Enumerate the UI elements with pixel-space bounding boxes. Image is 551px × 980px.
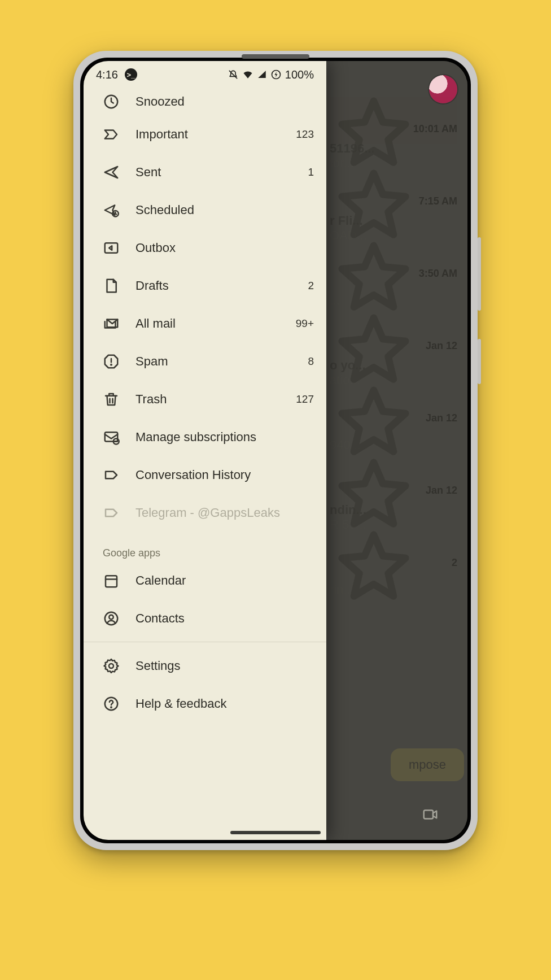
nav-count: 99+ (296, 317, 314, 330)
subscriptions-icon (103, 429, 120, 446)
nav-label: Calendar (135, 573, 314, 588)
spam-icon (103, 353, 120, 370)
nav-label: Contacts (135, 611, 314, 626)
contacts-icon (103, 610, 120, 627)
gear-icon (103, 657, 120, 674)
nav-outbox[interactable]: Outbox (84, 229, 326, 267)
nav-count: 2 (308, 280, 314, 292)
trash-icon (103, 391, 120, 408)
compose-label: mpose (409, 757, 446, 772)
email-row[interactable]: 2 rin... (330, 554, 461, 626)
status-bar: 4:16 >_ 100% (84, 61, 326, 88)
outbox-icon (103, 239, 120, 256)
section-google-apps: Google apps (84, 532, 326, 561)
mute-icon (228, 69, 239, 80)
inbox-scrim: 10:01 AM 51196... for... 7:15 AM r Fli..… (326, 61, 467, 840)
all-mail-icon (103, 315, 120, 332)
battery-saver-icon (270, 69, 282, 80)
nav-manage-subscriptions[interactable]: Manage subscriptions (84, 418, 326, 456)
nav-label: Scheduled (135, 203, 314, 217)
meet-tab-icon[interactable] (419, 806, 441, 823)
nav-label: Drafts (135, 278, 292, 293)
email-list: 10:01 AM 51196... for... 7:15 AM r Fli..… (326, 117, 467, 626)
nav-important[interactable]: Important 123 (84, 115, 326, 153)
nav-label-watermark[interactable]: Telegram - @GappsLeaks (84, 494, 326, 532)
important-icon (103, 126, 120, 143)
nav-label: Outbox (135, 241, 314, 255)
wifi-icon (242, 69, 253, 80)
nav-label: Telegram - @GappsLeaks (135, 506, 314, 520)
device-earpiece (242, 54, 309, 59)
nav-label: All mail (135, 316, 280, 331)
clock-icon (103, 93, 120, 110)
compose-button[interactable]: mpose (391, 748, 464, 781)
help-icon (103, 695, 120, 712)
nav-label: Help & feedback (135, 696, 314, 711)
battery-percent: 100% (285, 68, 314, 81)
nav-label: Snoozed (135, 94, 298, 109)
divider (84, 642, 326, 642)
nav-trash[interactable]: Trash 127 (84, 380, 326, 418)
sent-icon (103, 164, 120, 181)
cell-signal-icon (257, 69, 267, 80)
nav-snoozed[interactable]: Snoozed (84, 88, 326, 115)
nav-label: Manage subscriptions (135, 430, 314, 445)
nav-settings[interactable]: Settings (84, 647, 326, 685)
nav-scheduled[interactable]: Scheduled (84, 191, 326, 229)
nav-count: 123 (296, 128, 314, 141)
nav-label: Trash (135, 392, 280, 407)
scheduled-icon (103, 202, 120, 219)
nav-allmail[interactable]: All mail 99+ (84, 304, 326, 342)
calendar-icon (103, 572, 120, 589)
nav-sent[interactable]: Sent 1 (84, 153, 326, 191)
phone-frame: 10:01 AM 51196... for... 7:15 AM r Fli..… (73, 51, 478, 850)
nav-contacts[interactable]: Contacts (84, 599, 326, 637)
nav-label: Spam (135, 354, 292, 369)
nav-drafts[interactable]: Drafts 2 (84, 267, 326, 304)
draft-icon (103, 277, 120, 294)
label-icon (103, 467, 120, 484)
nav-label: Important (135, 127, 280, 142)
nav-spam[interactable]: Spam 8 (84, 342, 326, 380)
nav-label: Conversation History (135, 468, 314, 482)
terminal-status-icon: >_ (125, 68, 137, 81)
nav-drawer: 4:16 >_ 100% (84, 61, 326, 840)
nav-count: 8 (308, 355, 314, 368)
label-icon (103, 504, 120, 521)
nav-help-feedback[interactable]: Help & feedback (84, 685, 326, 722)
nav-label: Sent (135, 165, 292, 180)
nav-calendar[interactable]: Calendar (84, 561, 326, 599)
gesture-nav-bar[interactable] (230, 831, 321, 834)
nav-count: 127 (296, 393, 314, 406)
nav-label-conversation-history[interactable]: Conversation History (84, 456, 326, 494)
nav-count: 1 (308, 166, 314, 178)
nav-label: Settings (135, 659, 314, 673)
status-clock: 4:16 (96, 68, 118, 81)
